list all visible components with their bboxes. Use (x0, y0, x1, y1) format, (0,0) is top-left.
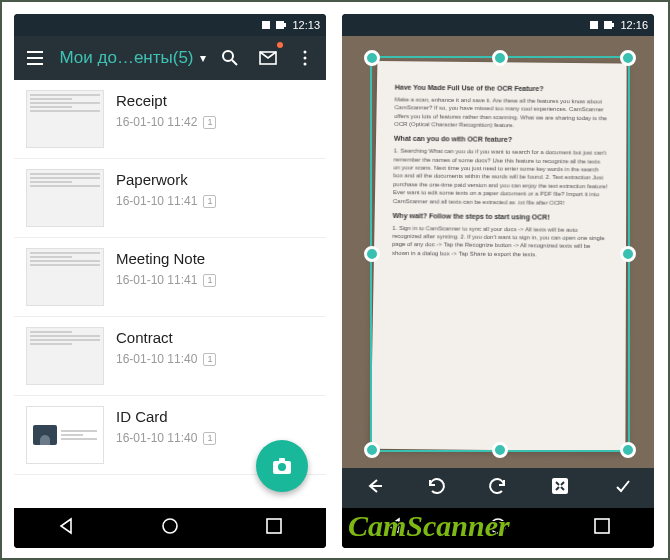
list-item[interactable]: Paperwork 16-01-10 11:41 1 (14, 159, 326, 238)
svg-rect-14 (604, 21, 612, 29)
expand-button[interactable] (550, 476, 570, 500)
battery-icon (276, 19, 288, 31)
square-recents-icon (265, 517, 283, 535)
doc-meta: 16-01-10 11:40 1 (116, 352, 314, 366)
check-icon (613, 476, 633, 496)
list-item[interactable]: Meeting Note 16-01-10 11:41 1 (14, 238, 326, 317)
doc-thumbnail (26, 406, 104, 464)
svg-point-9 (278, 463, 286, 471)
doc-date: 16-01-10 11:40 (116, 352, 197, 366)
paper-heading: Why wait? Follow the steps to start usin… (393, 211, 609, 223)
back-button[interactable] (57, 517, 75, 539)
doc-date: 16-01-10 11:41 (116, 273, 197, 287)
doc-meta: 16-01-10 11:41 1 (116, 194, 314, 208)
camera-icon (270, 454, 294, 478)
recents-button[interactable] (265, 517, 283, 539)
doc-title: ID Card (116, 408, 314, 425)
list-item[interactable]: Receipt 16-01-10 11:42 1 (14, 80, 326, 159)
overflow-button[interactable] (288, 41, 321, 75)
phone-crop: 12:16 Have You Made Full Use of the OCR … (342, 14, 654, 548)
page-count-badge: 1 (203, 432, 216, 445)
rotate-left-button[interactable] (426, 476, 446, 500)
search-button[interactable] (214, 41, 247, 75)
status-icon (588, 19, 600, 31)
svg-rect-1 (276, 21, 284, 29)
svg-point-17 (491, 519, 505, 533)
svg-point-11 (163, 519, 177, 533)
paper-heading: What can you do with OCR feature? (394, 134, 609, 146)
hamburger-icon (25, 48, 45, 68)
svg-point-5 (304, 51, 307, 54)
status-bar: 12:13 (14, 14, 326, 36)
back-button[interactable] (385, 517, 403, 539)
svg-rect-0 (262, 21, 270, 29)
inbox-button[interactable] (251, 41, 284, 75)
more-vert-icon (295, 48, 315, 68)
dropdown-caret-icon[interactable]: ▾ (200, 51, 206, 65)
crop-toolbar (342, 468, 654, 508)
envelope-icon (258, 48, 278, 68)
triangle-back-icon (385, 517, 403, 535)
status-bar: 12:16 (342, 14, 654, 36)
svg-rect-12 (267, 519, 281, 533)
square-recents-icon (593, 517, 611, 535)
android-nav-bar (14, 508, 326, 548)
svg-rect-16 (552, 478, 568, 494)
rotate-ccw-icon (426, 476, 446, 496)
doc-date: 16-01-10 11:41 (116, 194, 197, 208)
doc-date: 16-01-10 11:42 (116, 115, 197, 129)
svg-rect-2 (284, 23, 286, 27)
doc-thumbnail (26, 248, 104, 306)
status-icon (260, 19, 272, 31)
doc-meta: 16-01-10 11:42 1 (116, 115, 314, 129)
svg-rect-13 (590, 21, 598, 29)
phone-doclist: 12:13 Мои до…енты(5) ▾ (14, 14, 326, 548)
recents-button[interactable] (593, 517, 611, 539)
svg-point-6 (304, 57, 307, 60)
scanned-page: Have You Made Full Use of the OCR Featur… (371, 61, 627, 451)
doc-thumbnail (26, 90, 104, 148)
svg-rect-18 (595, 519, 609, 533)
rotate-cw-icon (488, 476, 508, 496)
doc-date: 16-01-10 11:40 (116, 431, 197, 445)
confirm-button[interactable] (613, 476, 633, 500)
paper-text: 1. Searching What can you do if you want… (393, 147, 609, 207)
doc-thumbnail (26, 327, 104, 385)
paper-heading: Have You Made Full Use of the OCR Featur… (395, 83, 609, 95)
svg-point-3 (223, 51, 233, 61)
arrow-left-icon (363, 476, 383, 496)
screenshot-stage: 12:13 Мои до…енты(5) ▾ (0, 0, 670, 560)
doc-title: Contract (116, 329, 314, 346)
list-item[interactable]: Contract 16-01-10 11:40 1 (14, 317, 326, 396)
doc-meta: 16-01-10 11:41 1 (116, 273, 314, 287)
doc-title: Receipt (116, 92, 314, 109)
triangle-back-icon (57, 517, 75, 535)
circle-home-icon (161, 517, 179, 535)
camera-fab[interactable] (256, 440, 308, 492)
page-count-badge: 1 (203, 353, 216, 366)
expand-icon (550, 476, 570, 496)
status-time: 12:16 (620, 19, 648, 31)
back-button[interactable] (363, 476, 383, 500)
page-count-badge: 1 (203, 274, 216, 287)
crop-viewport[interactable]: Have You Made Full Use of the OCR Featur… (342, 36, 654, 468)
search-icon (220, 48, 240, 68)
app-bar: Мои до…енты(5) ▾ (14, 36, 326, 80)
svg-point-7 (304, 63, 307, 66)
circle-home-icon (489, 517, 507, 535)
folder-title[interactable]: Мои до…енты(5) (59, 48, 193, 68)
menu-button[interactable] (18, 41, 51, 75)
paper-text: 1. Sign in to CamScanner to sync all you… (392, 224, 608, 260)
home-button[interactable] (489, 517, 507, 539)
android-nav-bar (342, 508, 654, 548)
doc-title: Meeting Note (116, 250, 314, 267)
status-time: 12:13 (292, 19, 320, 31)
notification-dot-icon (277, 42, 283, 48)
home-button[interactable] (161, 517, 179, 539)
page-count-badge: 1 (203, 116, 216, 129)
doc-thumbnail (26, 169, 104, 227)
paper-text: Make a scan, enhance it and save it. Are… (394, 95, 609, 130)
battery-icon (604, 19, 616, 31)
rotate-right-button[interactable] (488, 476, 508, 500)
page-count-badge: 1 (203, 195, 216, 208)
